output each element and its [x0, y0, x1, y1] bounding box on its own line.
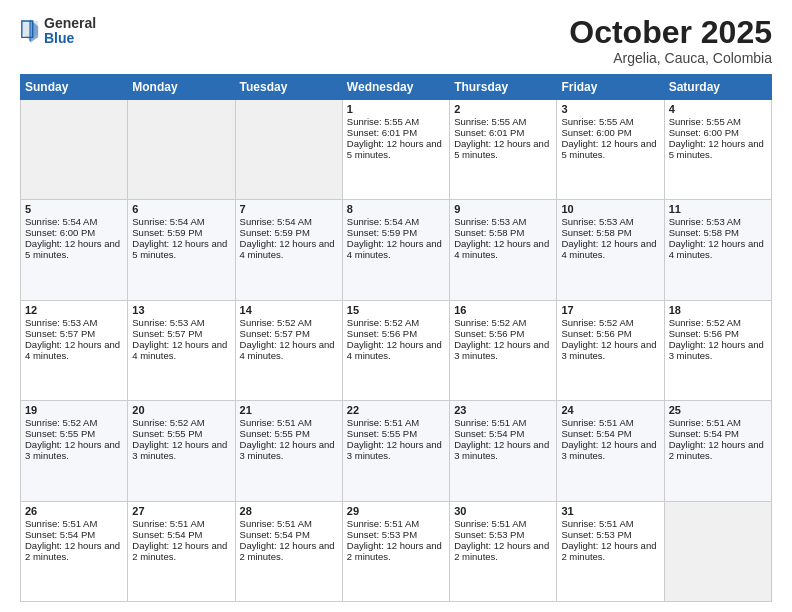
- sunrise-text: Sunrise: 5:52 AM: [454, 317, 552, 328]
- subtitle: Argelia, Cauca, Colombia: [569, 50, 772, 66]
- sunrise-text: Sunrise: 5:55 AM: [561, 116, 659, 127]
- daylight-text: Daylight: 12 hours and 3 minutes.: [454, 339, 552, 361]
- day-number: 15: [347, 304, 445, 316]
- sunset-text: Sunset: 5:57 PM: [240, 328, 338, 339]
- sunset-text: Sunset: 5:58 PM: [561, 227, 659, 238]
- sunset-text: Sunset: 5:57 PM: [25, 328, 123, 339]
- table-row: 27Sunrise: 5:51 AMSunset: 5:54 PMDayligh…: [128, 501, 235, 601]
- table-row: 5Sunrise: 5:54 AMSunset: 6:00 PMDaylight…: [21, 200, 128, 300]
- daylight-text: Daylight: 12 hours and 5 minutes.: [25, 238, 123, 260]
- calendar-week-row: 1Sunrise: 5:55 AMSunset: 6:01 PMDaylight…: [21, 100, 772, 200]
- day-number: 23: [454, 404, 552, 416]
- table-row: 20Sunrise: 5:52 AMSunset: 5:55 PMDayligh…: [128, 401, 235, 501]
- day-number: 11: [669, 203, 767, 215]
- sunset-text: Sunset: 5:58 PM: [669, 227, 767, 238]
- table-row: 12Sunrise: 5:53 AMSunset: 5:57 PMDayligh…: [21, 300, 128, 400]
- day-number: 13: [132, 304, 230, 316]
- sunrise-text: Sunrise: 5:54 AM: [25, 216, 123, 227]
- day-number: 2: [454, 103, 552, 115]
- day-number: 7: [240, 203, 338, 215]
- table-row: 11Sunrise: 5:53 AMSunset: 5:58 PMDayligh…: [664, 200, 771, 300]
- day-number: 21: [240, 404, 338, 416]
- daylight-text: Daylight: 12 hours and 3 minutes.: [240, 439, 338, 461]
- table-row: 10Sunrise: 5:53 AMSunset: 5:58 PMDayligh…: [557, 200, 664, 300]
- day-number: 20: [132, 404, 230, 416]
- col-friday: Friday: [557, 75, 664, 100]
- col-saturday: Saturday: [664, 75, 771, 100]
- sunset-text: Sunset: 6:01 PM: [454, 127, 552, 138]
- table-row: 9Sunrise: 5:53 AMSunset: 5:58 PMDaylight…: [450, 200, 557, 300]
- sunrise-text: Sunrise: 5:55 AM: [454, 116, 552, 127]
- daylight-text: Daylight: 12 hours and 4 minutes.: [561, 238, 659, 260]
- daylight-text: Daylight: 12 hours and 3 minutes.: [347, 439, 445, 461]
- daylight-text: Daylight: 12 hours and 5 minutes.: [132, 238, 230, 260]
- table-row: [235, 100, 342, 200]
- sunrise-text: Sunrise: 5:51 AM: [561, 417, 659, 428]
- sunrise-text: Sunrise: 5:54 AM: [132, 216, 230, 227]
- day-number: 12: [25, 304, 123, 316]
- sunset-text: Sunset: 5:55 PM: [132, 428, 230, 439]
- sunrise-text: Sunrise: 5:51 AM: [561, 518, 659, 529]
- table-row: 23Sunrise: 5:51 AMSunset: 5:54 PMDayligh…: [450, 401, 557, 501]
- sunrise-text: Sunrise: 5:51 AM: [347, 417, 445, 428]
- table-row: 24Sunrise: 5:51 AMSunset: 5:54 PMDayligh…: [557, 401, 664, 501]
- daylight-text: Daylight: 12 hours and 2 minutes.: [454, 540, 552, 562]
- sunset-text: Sunset: 5:55 PM: [347, 428, 445, 439]
- daylight-text: Daylight: 12 hours and 2 minutes.: [669, 439, 767, 461]
- sunset-text: Sunset: 5:56 PM: [454, 328, 552, 339]
- day-number: 31: [561, 505, 659, 517]
- month-title: October 2025: [569, 16, 772, 48]
- table-row: [664, 501, 771, 601]
- daylight-text: Daylight: 12 hours and 3 minutes.: [669, 339, 767, 361]
- table-row: 8Sunrise: 5:54 AMSunset: 5:59 PMDaylight…: [342, 200, 449, 300]
- table-row: 21Sunrise: 5:51 AMSunset: 5:55 PMDayligh…: [235, 401, 342, 501]
- table-row: 17Sunrise: 5:52 AMSunset: 5:56 PMDayligh…: [557, 300, 664, 400]
- calendar-table: Sunday Monday Tuesday Wednesday Thursday…: [20, 74, 772, 602]
- table-row: 13Sunrise: 5:53 AMSunset: 5:57 PMDayligh…: [128, 300, 235, 400]
- daylight-text: Daylight: 12 hours and 3 minutes.: [561, 339, 659, 361]
- day-number: 27: [132, 505, 230, 517]
- sunset-text: Sunset: 5:55 PM: [25, 428, 123, 439]
- daylight-text: Daylight: 12 hours and 5 minutes.: [561, 138, 659, 160]
- daylight-text: Daylight: 12 hours and 3 minutes.: [132, 439, 230, 461]
- sunrise-text: Sunrise: 5:53 AM: [25, 317, 123, 328]
- sunrise-text: Sunrise: 5:52 AM: [669, 317, 767, 328]
- day-number: 8: [347, 203, 445, 215]
- daylight-text: Daylight: 12 hours and 4 minutes.: [25, 339, 123, 361]
- day-number: 4: [669, 103, 767, 115]
- day-number: 26: [25, 505, 123, 517]
- daylight-text: Daylight: 12 hours and 4 minutes.: [347, 238, 445, 260]
- sunset-text: Sunset: 5:57 PM: [132, 328, 230, 339]
- logo-text: General Blue: [44, 16, 96, 47]
- day-number: 29: [347, 505, 445, 517]
- sunset-text: Sunset: 5:56 PM: [561, 328, 659, 339]
- day-number: 19: [25, 404, 123, 416]
- day-number: 30: [454, 505, 552, 517]
- day-number: 14: [240, 304, 338, 316]
- daylight-text: Daylight: 12 hours and 4 minutes.: [347, 339, 445, 361]
- daylight-text: Daylight: 12 hours and 3 minutes.: [25, 439, 123, 461]
- sunset-text: Sunset: 6:01 PM: [347, 127, 445, 138]
- daylight-text: Daylight: 12 hours and 3 minutes.: [454, 439, 552, 461]
- table-row: 1Sunrise: 5:55 AMSunset: 6:01 PMDaylight…: [342, 100, 449, 200]
- table-row: 22Sunrise: 5:51 AMSunset: 5:55 PMDayligh…: [342, 401, 449, 501]
- header: General Blue October 2025 Argelia, Cauca…: [20, 16, 772, 66]
- daylight-text: Daylight: 12 hours and 5 minutes.: [347, 138, 445, 160]
- day-number: 16: [454, 304, 552, 316]
- sunrise-text: Sunrise: 5:54 AM: [347, 216, 445, 227]
- table-row: 30Sunrise: 5:51 AMSunset: 5:53 PMDayligh…: [450, 501, 557, 601]
- table-row: 14Sunrise: 5:52 AMSunset: 5:57 PMDayligh…: [235, 300, 342, 400]
- table-row: 16Sunrise: 5:52 AMSunset: 5:56 PMDayligh…: [450, 300, 557, 400]
- day-number: 10: [561, 203, 659, 215]
- sunset-text: Sunset: 5:54 PM: [669, 428, 767, 439]
- day-number: 9: [454, 203, 552, 215]
- table-row: 18Sunrise: 5:52 AMSunset: 5:56 PMDayligh…: [664, 300, 771, 400]
- sunrise-text: Sunrise: 5:51 AM: [454, 518, 552, 529]
- day-number: 18: [669, 304, 767, 316]
- sunrise-text: Sunrise: 5:51 AM: [669, 417, 767, 428]
- sunset-text: Sunset: 5:58 PM: [454, 227, 552, 238]
- day-number: 3: [561, 103, 659, 115]
- sunrise-text: Sunrise: 5:52 AM: [561, 317, 659, 328]
- day-number: 5: [25, 203, 123, 215]
- col-wednesday: Wednesday: [342, 75, 449, 100]
